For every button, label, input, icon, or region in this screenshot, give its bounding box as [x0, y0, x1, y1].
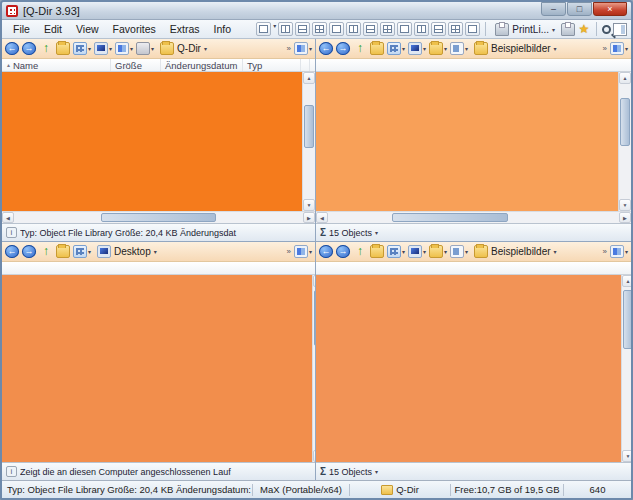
pane1-pane-selector[interactable]: ▾	[294, 42, 312, 55]
chevron-down-icon[interactable]: ▾	[375, 468, 378, 475]
pane4-back-button[interactable]: ←	[319, 245, 333, 258]
layout-button[interactable]	[380, 22, 395, 36]
print-list-button[interactable]: PrintLi... ▾	[491, 21, 559, 38]
chevron-down-icon[interactable]: ▾	[273, 22, 276, 36]
toolbar-overflow-icon[interactable]: »	[603, 44, 607, 53]
scrollbar-thumb[interactable]	[623, 290, 631, 349]
scroll-up-icon[interactable]: ▲	[622, 275, 631, 287]
layout-button[interactable]	[465, 22, 480, 36]
pane4-folder-button[interactable]: ▾	[429, 245, 447, 258]
pane3-folderopen-button[interactable]	[56, 245, 70, 258]
pane3-view-button[interactable]: ▾	[73, 245, 91, 258]
pane3-address-dropdown[interactable]: Desktop▾	[94, 245, 284, 258]
pane4-vertical-scrollbar[interactable]: ▲ ▼	[621, 275, 631, 462]
pane2-horizontal-scrollbar[interactable]: ◀ ▶	[316, 211, 631, 223]
scrollbar-thumb[interactable]	[101, 213, 217, 222]
menu-item-favorites[interactable]: Favorites	[106, 22, 163, 36]
scrollbar-thumb[interactable]	[314, 290, 315, 345]
scroll-up-icon[interactable]: ▲	[303, 72, 315, 84]
pane1-folderopen-button[interactable]	[56, 42, 70, 55]
pane1-forward-button[interactable]: →	[22, 42, 36, 55]
pane2-forward-button[interactable]: →	[336, 42, 350, 55]
pane4-forward-button[interactable]: →	[336, 245, 350, 258]
pane2-monitor-button[interactable]: ▾	[408, 42, 426, 55]
pane4-folderopen-button[interactable]	[370, 245, 384, 258]
pane4-monitor-button[interactable]: ▾	[408, 245, 426, 258]
pane2-vertical-scrollbar[interactable]: ▲ ▼	[618, 72, 631, 211]
pane2-back-button[interactable]: ←	[319, 42, 333, 55]
menu-item-edit[interactable]: Edit	[37, 22, 69, 36]
scroll-left-icon[interactable]: ◀	[316, 212, 328, 223]
pane3-back-button[interactable]: ←	[5, 245, 19, 258]
pane2-address-dropdown[interactable]: Beispielbilder▾	[471, 42, 599, 55]
favorites-star-icon[interactable]: ★	[577, 23, 591, 36]
scroll-up-icon[interactable]: ▲	[313, 275, 315, 287]
close-button[interactable]: ×	[593, 2, 627, 16]
pane4-files-button[interactable]: ▾	[450, 245, 468, 258]
scroll-down-icon[interactable]: ▼	[619, 199, 631, 211]
column-header-nderungsdatum[interactable]: Änderungsdatum	[161, 59, 243, 71]
pane2-files-button[interactable]: ▾	[450, 42, 468, 55]
layout-button[interactable]	[431, 22, 446, 36]
minimize-button[interactable]: –	[541, 2, 566, 16]
pane1-drive-button[interactable]: ▾	[136, 42, 154, 55]
column-header-name[interactable]: ▲Name	[2, 59, 111, 71]
menu-item-info[interactable]: Info	[207, 22, 239, 36]
pane1-vertical-scrollbar[interactable]: ▲ ▼	[302, 72, 315, 211]
scrollbar-thumb[interactable]	[620, 98, 630, 146]
pane4-up-button[interactable]: ↑	[353, 245, 367, 258]
column-header-gre[interactable]: Größe	[111, 59, 161, 71]
pane4-view-button[interactable]: ▾	[387, 245, 405, 258]
pane1-up-button[interactable]: ↑	[39, 42, 53, 55]
pane4-address-dropdown[interactable]: Beispielbilder▾	[471, 245, 599, 258]
search-icon[interactable]	[602, 25, 611, 34]
scroll-down-icon[interactable]: ▼	[303, 199, 315, 211]
menu-item-extras[interactable]: Extras	[163, 22, 207, 36]
layout-button[interactable]	[329, 22, 344, 36]
pane1-horizontal-scrollbar[interactable]: ◀ ▶	[2, 211, 315, 223]
pane1-back-button[interactable]: ←	[5, 42, 19, 55]
pane4-object-count[interactable]: 15 Objects	[329, 467, 372, 477]
pane3-pane-selector[interactable]: ▾	[294, 245, 312, 258]
pane2-folder-button[interactable]: ▾	[429, 42, 447, 55]
pane3-forward-button[interactable]: →	[22, 245, 36, 258]
toolbar-overflow-icon[interactable]: »	[287, 44, 291, 53]
pane2-up-button[interactable]: ↑	[353, 42, 367, 55]
pane3-vertical-scrollbar[interactable]: ▲ ▼	[312, 275, 315, 462]
pane1-monitor-button[interactable]: ▾	[94, 42, 112, 55]
layout-button[interactable]	[295, 22, 310, 36]
panel-toggle-icon[interactable]	[613, 23, 627, 36]
scrollbar-thumb[interactable]	[304, 105, 314, 149]
maximize-button[interactable]: □	[567, 2, 592, 16]
scroll-down-icon[interactable]: ▼	[313, 450, 315, 462]
title-bar[interactable]: [Q-Dir 3.93] – □ ×	[2, 2, 631, 20]
toolbar-overflow-icon[interactable]: »	[287, 247, 291, 256]
layout-button[interactable]	[448, 22, 463, 36]
scrollbar-thumb[interactable]	[392, 213, 508, 222]
menu-item-view[interactable]: View	[69, 22, 106, 36]
pane2-folderopen-button[interactable]	[370, 42, 384, 55]
pane1-pane-button[interactable]: ▾	[115, 42, 133, 55]
layout-button[interactable]	[414, 22, 429, 36]
pane1-view-button[interactable]: ▾	[73, 42, 91, 55]
toolbar-overflow-icon[interactable]: »	[603, 247, 607, 256]
column-header-typ[interactable]: Typ	[243, 59, 301, 71]
pane2-pane-selector[interactable]: ▾	[610, 42, 628, 55]
scroll-down-icon[interactable]: ▼	[622, 450, 631, 462]
scroll-left-icon[interactable]: ◀	[2, 212, 14, 223]
layout-button[interactable]	[278, 22, 293, 36]
pane3-up-button[interactable]: ↑	[39, 245, 53, 258]
pane4-pane-selector[interactable]: ▾	[610, 245, 628, 258]
scroll-up-icon[interactable]: ▲	[619, 72, 631, 84]
layout-button[interactable]	[397, 22, 412, 36]
layout-button[interactable]	[312, 22, 327, 36]
layout-button[interactable]	[256, 22, 271, 36]
scroll-right-icon[interactable]: ▶	[619, 212, 631, 223]
layout-button[interactable]	[346, 22, 361, 36]
pane1-address-dropdown[interactable]: Q-Dir▾	[157, 42, 283, 55]
menu-item-file[interactable]: File	[6, 22, 37, 36]
chevron-down-icon[interactable]: ▾	[375, 229, 378, 236]
print-button[interactable]	[561, 23, 575, 36]
pane2-view-button[interactable]: ▾	[387, 42, 405, 55]
scroll-right-icon[interactable]: ▶	[303, 212, 315, 223]
